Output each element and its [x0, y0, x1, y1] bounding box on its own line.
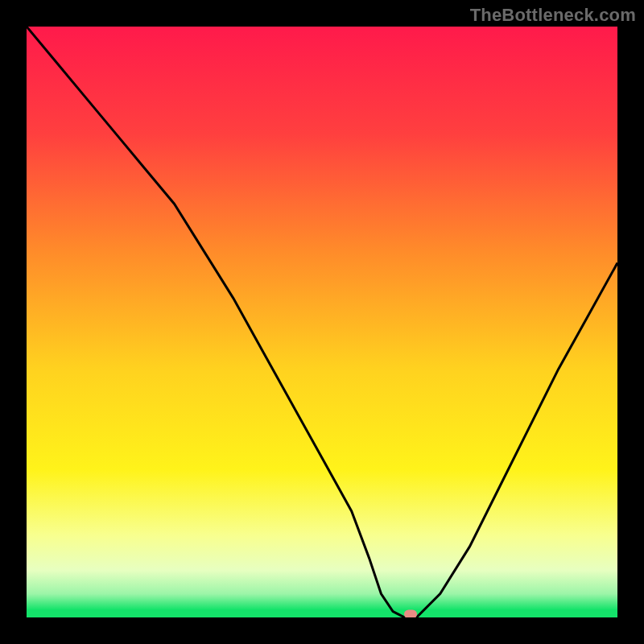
heat-gradient [27, 27, 617, 617]
optimal-marker [404, 610, 417, 618]
plot-area [27, 27, 617, 617]
watermark-text: TheBottleneck.com [470, 5, 636, 26]
chart-stage: TheBottleneck.com [0, 0, 644, 644]
